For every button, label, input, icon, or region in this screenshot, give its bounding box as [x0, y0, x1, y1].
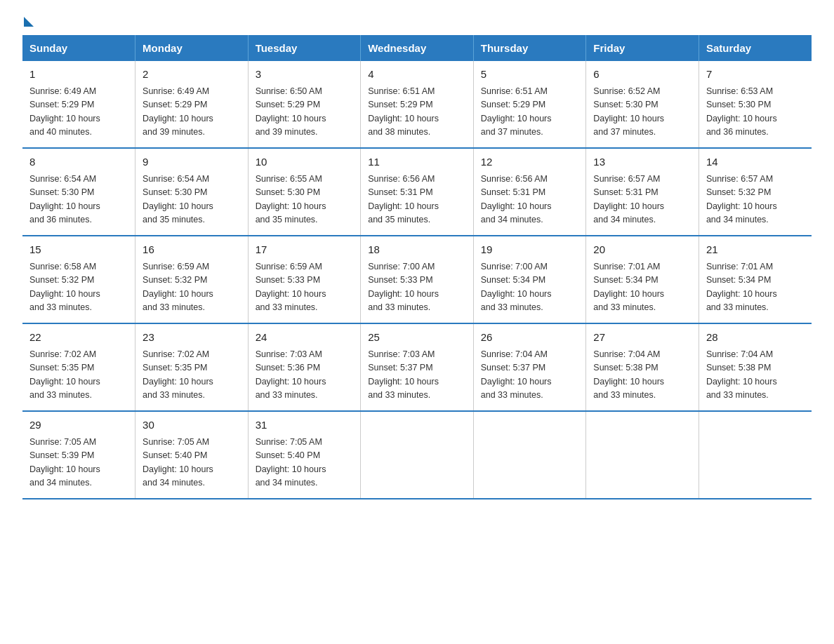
- day-info: Sunrise: 6:51 AMSunset: 5:29 PMDaylight:…: [481, 86, 552, 137]
- calendar-cell: 16 Sunrise: 6:59 AMSunset: 5:32 PMDaylig…: [135, 236, 249, 323]
- day-number: 10: [256, 154, 354, 170]
- day-number: 12: [481, 154, 579, 170]
- day-info: Sunrise: 6:52 AMSunset: 5:30 PMDaylight:…: [593, 86, 664, 137]
- day-info: Sunrise: 6:49 AMSunset: 5:29 PMDaylight:…: [29, 86, 100, 137]
- day-number: 31: [256, 417, 354, 433]
- week-row-2: 8 Sunrise: 6:54 AMSunset: 5:30 PMDayligh…: [22, 148, 812, 236]
- calendar-cell: 25 Sunrise: 7:03 AMSunset: 5:37 PMDaylig…: [361, 323, 474, 411]
- day-number: 3: [256, 67, 354, 82]
- calendar-cell: [473, 411, 586, 499]
- calendar-cell: 12 Sunrise: 6:56 AMSunset: 5:31 PMDaylig…: [473, 148, 586, 236]
- day-number: 24: [256, 330, 354, 345]
- calendar-cell: 19 Sunrise: 7:00 AMSunset: 5:34 PMDaylig…: [473, 236, 586, 323]
- day-number: 20: [593, 242, 691, 257]
- day-info: Sunrise: 7:03 AMSunset: 5:36 PMDaylight:…: [256, 349, 326, 401]
- weekday-header-saturday: Saturday: [699, 35, 812, 61]
- calendar-table: SundayMondayTuesdayWednesdayThursdayFrid…: [22, 35, 812, 499]
- calendar-cell: 26 Sunrise: 7:04 AMSunset: 5:37 PMDaylig…: [473, 323, 586, 411]
- day-number: 29: [29, 417, 128, 433]
- calendar-cell: 4 Sunrise: 6:51 AMSunset: 5:29 PMDayligh…: [361, 61, 474, 148]
- day-info: Sunrise: 7:05 AMSunset: 5:39 PMDaylight:…: [29, 437, 100, 488]
- calendar-cell: 24 Sunrise: 7:03 AMSunset: 5:36 PMDaylig…: [248, 323, 361, 411]
- day-info: Sunrise: 7:04 AMSunset: 5:37 PMDaylight:…: [481, 349, 552, 401]
- day-number: 23: [143, 330, 241, 345]
- calendar-cell: 6 Sunrise: 6:52 AMSunset: 5:30 PMDayligh…: [586, 61, 699, 148]
- calendar-cell: 15 Sunrise: 6:58 AMSunset: 5:32 PMDaylig…: [22, 236, 135, 323]
- calendar-cell: 1 Sunrise: 6:49 AMSunset: 5:29 PMDayligh…: [22, 61, 135, 148]
- day-info: Sunrise: 6:55 AMSunset: 5:30 PMDaylight:…: [256, 174, 326, 225]
- day-info: Sunrise: 7:04 AMSunset: 5:38 PMDaylight:…: [706, 349, 777, 401]
- day-number: 8: [29, 154, 128, 170]
- calendar-cell: 11 Sunrise: 6:56 AMSunset: 5:31 PMDaylig…: [361, 148, 474, 236]
- day-number: 22: [29, 330, 128, 345]
- day-info: Sunrise: 6:51 AMSunset: 5:29 PMDaylight:…: [368, 86, 439, 137]
- day-number: 17: [256, 242, 354, 257]
- weekday-header-monday: Monday: [135, 35, 249, 61]
- weekday-header-tuesday: Tuesday: [248, 35, 361, 61]
- day-info: Sunrise: 6:59 AMSunset: 5:32 PMDaylight:…: [143, 262, 213, 313]
- logo-triangle-icon: [24, 17, 34, 27]
- day-number: 25: [368, 330, 466, 345]
- day-info: Sunrise: 7:05 AMSunset: 5:40 PMDaylight:…: [256, 437, 326, 488]
- week-row-1: 1 Sunrise: 6:49 AMSunset: 5:29 PMDayligh…: [22, 61, 812, 148]
- day-info: Sunrise: 6:54 AMSunset: 5:30 PMDaylight:…: [143, 174, 213, 225]
- day-number: 28: [706, 330, 805, 345]
- day-number: 4: [368, 67, 466, 82]
- day-number: 11: [368, 154, 466, 170]
- day-info: Sunrise: 6:49 AMSunset: 5:29 PMDaylight:…: [143, 86, 213, 137]
- calendar-cell: [699, 411, 812, 499]
- day-info: Sunrise: 7:03 AMSunset: 5:37 PMDaylight:…: [368, 349, 439, 401]
- calendar-cell: 10 Sunrise: 6:55 AMSunset: 5:30 PMDaylig…: [248, 148, 361, 236]
- day-info: Sunrise: 6:54 AMSunset: 5:30 PMDaylight:…: [29, 174, 100, 225]
- logo: [22, 17, 34, 22]
- calendar-cell: 17 Sunrise: 6:59 AMSunset: 5:33 PMDaylig…: [248, 236, 361, 323]
- calendar-cell: 9 Sunrise: 6:54 AMSunset: 5:30 PMDayligh…: [135, 148, 249, 236]
- day-info: Sunrise: 6:53 AMSunset: 5:30 PMDaylight:…: [706, 86, 777, 137]
- calendar-cell: 14 Sunrise: 6:57 AMSunset: 5:32 PMDaylig…: [699, 148, 812, 236]
- weekday-header-wednesday: Wednesday: [361, 35, 474, 61]
- day-info: Sunrise: 6:58 AMSunset: 5:32 PMDaylight:…: [29, 262, 100, 313]
- day-number: 16: [143, 242, 241, 257]
- calendar-cell: 13 Sunrise: 6:57 AMSunset: 5:31 PMDaylig…: [586, 148, 699, 236]
- calendar-cell: 3 Sunrise: 6:50 AMSunset: 5:29 PMDayligh…: [248, 61, 361, 148]
- day-number: 18: [368, 242, 466, 257]
- weekday-header-sunday: Sunday: [22, 35, 135, 61]
- calendar-cell: 30 Sunrise: 7:05 AMSunset: 5:40 PMDaylig…: [135, 411, 249, 499]
- calendar-cell: 7 Sunrise: 6:53 AMSunset: 5:30 PMDayligh…: [699, 61, 812, 148]
- day-info: Sunrise: 7:02 AMSunset: 5:35 PMDaylight:…: [29, 349, 100, 401]
- calendar-cell: 2 Sunrise: 6:49 AMSunset: 5:29 PMDayligh…: [135, 61, 249, 148]
- calendar-cell: 27 Sunrise: 7:04 AMSunset: 5:38 PMDaylig…: [586, 323, 699, 411]
- day-info: Sunrise: 7:00 AMSunset: 5:33 PMDaylight:…: [368, 262, 439, 313]
- page-header: [22, 17, 812, 22]
- day-info: Sunrise: 6:57 AMSunset: 5:31 PMDaylight:…: [593, 174, 664, 225]
- day-info: Sunrise: 7:01 AMSunset: 5:34 PMDaylight:…: [706, 262, 777, 313]
- day-info: Sunrise: 7:00 AMSunset: 5:34 PMDaylight:…: [481, 262, 552, 313]
- calendar-cell: [586, 411, 699, 499]
- day-info: Sunrise: 6:57 AMSunset: 5:32 PMDaylight:…: [706, 174, 777, 225]
- calendar-cell: 18 Sunrise: 7:00 AMSunset: 5:33 PMDaylig…: [361, 236, 474, 323]
- day-number: 1: [29, 67, 128, 82]
- day-number: 5: [481, 67, 579, 82]
- weekday-header-thursday: Thursday: [473, 35, 586, 61]
- day-number: 30: [143, 417, 241, 433]
- calendar-cell: [361, 411, 474, 499]
- day-number: 14: [706, 154, 805, 170]
- calendar-cell: 21 Sunrise: 7:01 AMSunset: 5:34 PMDaylig…: [699, 236, 812, 323]
- week-row-3: 15 Sunrise: 6:58 AMSunset: 5:32 PMDaylig…: [22, 236, 812, 323]
- calendar-cell: 31 Sunrise: 7:05 AMSunset: 5:40 PMDaylig…: [248, 411, 361, 499]
- day-number: 15: [29, 242, 128, 257]
- weekday-header-row: SundayMondayTuesdayWednesdayThursdayFrid…: [22, 35, 812, 61]
- calendar-cell: 5 Sunrise: 6:51 AMSunset: 5:29 PMDayligh…: [473, 61, 586, 148]
- calendar-cell: 20 Sunrise: 7:01 AMSunset: 5:34 PMDaylig…: [586, 236, 699, 323]
- day-number: 21: [706, 242, 805, 257]
- calendar-cell: 22 Sunrise: 7:02 AMSunset: 5:35 PMDaylig…: [22, 323, 135, 411]
- week-row-4: 22 Sunrise: 7:02 AMSunset: 5:35 PMDaylig…: [22, 323, 812, 411]
- week-row-5: 29 Sunrise: 7:05 AMSunset: 5:39 PMDaylig…: [22, 411, 812, 499]
- day-info: Sunrise: 6:56 AMSunset: 5:31 PMDaylight:…: [481, 174, 552, 225]
- day-info: Sunrise: 6:59 AMSunset: 5:33 PMDaylight:…: [256, 262, 326, 313]
- day-number: 13: [593, 154, 691, 170]
- weekday-header-friday: Friday: [586, 35, 699, 61]
- day-number: 9: [143, 154, 241, 170]
- day-number: 7: [706, 67, 805, 82]
- day-info: Sunrise: 6:50 AMSunset: 5:29 PMDaylight:…: [256, 86, 326, 137]
